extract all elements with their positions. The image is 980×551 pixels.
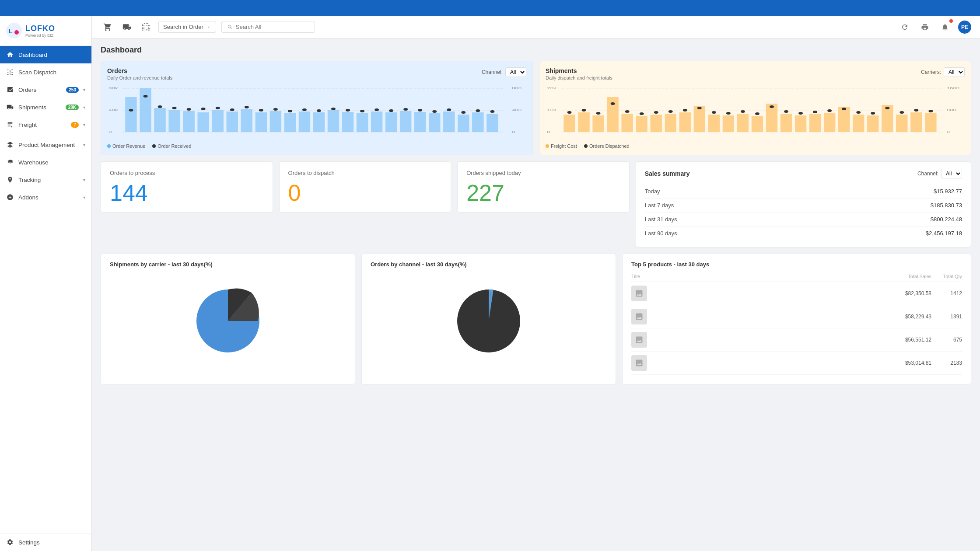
svg-text:10k: 10k	[547, 108, 556, 112]
header-right: PE	[898, 20, 971, 34]
freight-icon	[6, 121, 14, 129]
sales-label-7days: Last 7 days	[645, 202, 674, 209]
svg-point-57	[403, 108, 408, 111]
sales-label-today: Today	[645, 188, 660, 195]
svg-rect-36	[472, 112, 483, 132]
logo-name: LOFKO	[25, 24, 55, 33]
svg-point-104	[640, 112, 644, 115]
sidebar-item-scan-dispatch[interactable]: Scan Dispatch	[0, 63, 91, 81]
orders-chart-card: Orders Daily Order and revenue totals Ch…	[101, 61, 533, 155]
sales-summary-header: Sales summary Channel: All	[645, 169, 962, 178]
sidebar-item-addons[interactable]: Addons ▾	[0, 188, 91, 206]
svg-point-102	[611, 102, 615, 105]
carriers-select[interactable]: Carriers: All	[921, 67, 965, 77]
svg-point-117	[827, 109, 832, 112]
svg-rect-22	[270, 111, 281, 132]
sidebar-item-dashboard[interactable]: Dashboard	[0, 46, 91, 63]
sales-amount-today: $15,932.77	[934, 188, 962, 195]
orders-to-process-value: 144	[110, 181, 264, 204]
user-avatar[interactable]: PE	[958, 21, 971, 34]
print-icon[interactable]	[918, 20, 932, 34]
svg-text:0: 0	[512, 130, 515, 134]
search-box[interactable]	[221, 21, 315, 33]
legend-order-received: Order Received	[152, 143, 191, 149]
product-qty-3: 675	[931, 337, 962, 343]
svg-point-39	[144, 95, 148, 98]
svg-text:800: 800	[947, 108, 956, 112]
header-bar: Search in Order PE	[92, 16, 980, 38]
orders-pie-container	[371, 273, 607, 369]
sales-channel-dropdown[interactable]: All	[941, 169, 962, 178]
svg-rect-33	[429, 113, 440, 132]
shipments-chart-header: Shipments Daily dispatch and freight tot…	[546, 67, 965, 80]
search-input[interactable]	[236, 24, 309, 30]
shipments-by-carrier-card: Shipments by carrier - last 30 days(%)	[101, 254, 355, 385]
product-qty-1: 1412	[931, 290, 962, 296]
sidebar-item-freight[interactable]: Freight 7 ▾	[0, 116, 91, 133]
orders-chart-title: Orders	[107, 67, 172, 74]
orders-channel-select[interactable]: Channel: All	[482, 67, 526, 77]
svg-point-59	[432, 110, 437, 113]
sidebar-item-shipments[interactable]: Shipments 28K ▾	[0, 98, 91, 116]
svg-rect-85	[737, 114, 749, 132]
sales-amount-7days: $185,830.73	[931, 202, 962, 209]
orders-to-dispatch-label: Orders to dispatch	[288, 170, 442, 176]
settings-icon	[6, 538, 14, 546]
sidebar-item-tracking[interactable]: Tracking ▾	[0, 171, 91, 188]
svg-point-124	[928, 110, 933, 112]
page-title: Dashboard	[101, 45, 971, 55]
channel-dropdown[interactable]: All	[505, 67, 526, 77]
product-icon	[6, 141, 14, 149]
svg-rect-88	[780, 114, 792, 132]
svg-point-111	[741, 110, 745, 113]
svg-rect-74	[578, 112, 589, 132]
bell-icon[interactable]	[938, 20, 952, 34]
svg-point-114	[784, 110, 788, 113]
sidebar-item-settings[interactable]: Settings	[0, 534, 91, 551]
svg-rect-26	[328, 110, 339, 132]
top5-header-title: Title	[631, 274, 892, 279]
svg-rect-35	[458, 115, 469, 132]
svg-rect-34	[443, 112, 455, 132]
sidebar-item-warehouse[interactable]: Warehouse	[0, 153, 91, 171]
svg-text:40k: 40k	[108, 108, 118, 112]
product-image-2	[631, 309, 647, 324]
svg-point-108	[697, 107, 702, 109]
product-sales-1: $82,350.58	[892, 290, 931, 296]
svg-rect-96	[896, 115, 907, 132]
svg-rect-18	[212, 110, 224, 132]
svg-rect-93	[853, 115, 864, 132]
svg-rect-28	[357, 113, 368, 132]
stats-inner: Orders to process 144 Orders to dispatch…	[101, 161, 630, 213]
logo-text: LOFKO Powered by EIZ	[25, 24, 55, 38]
svg-text:0: 0	[947, 130, 950, 134]
sidebar-item-product-management[interactable]: Product Management ▾	[0, 136, 91, 153]
table-row: $82,350.58 1412	[631, 282, 962, 305]
orders-chevron: ▾	[83, 87, 85, 92]
svg-point-103	[625, 110, 630, 113]
orders-to-process-label: Orders to process	[110, 170, 264, 176]
svg-rect-23	[284, 113, 296, 132]
shipments-chevron: ▾	[83, 105, 85, 110]
carriers-dropdown[interactable]: All	[944, 67, 965, 77]
header-icon-shop[interactable]	[101, 20, 115, 34]
search-order-dropdown[interactable]: Search in Order	[158, 21, 216, 33]
header-icon-scan[interactable]	[139, 20, 153, 34]
svg-point-112	[755, 112, 760, 115]
product-image-1	[631, 286, 647, 301]
sales-row-90days: Last 90 days $2,456,197.18	[645, 227, 962, 240]
sales-channel-select[interactable]: Channel: All	[917, 169, 962, 178]
truck-icon	[6, 103, 14, 111]
orders-shipped-today-card: Orders shipped today 227	[457, 161, 630, 213]
refresh-icon[interactable]	[898, 20, 912, 34]
shipments-bar-chart: 20k 10k 0 1600 800 0	[546, 84, 965, 141]
svg-rect-79	[651, 115, 662, 132]
svg-point-122	[900, 111, 904, 114]
svg-rect-86	[752, 116, 763, 132]
svg-point-58	[418, 109, 422, 112]
header-icon-truck[interactable]	[120, 20, 134, 34]
svg-point-60	[447, 108, 451, 111]
svg-point-55	[374, 108, 379, 111]
sidebar-item-orders[interactable]: Orders 253 ▾	[0, 81, 91, 98]
legend-order-revenue: Order Revenue	[107, 143, 145, 149]
